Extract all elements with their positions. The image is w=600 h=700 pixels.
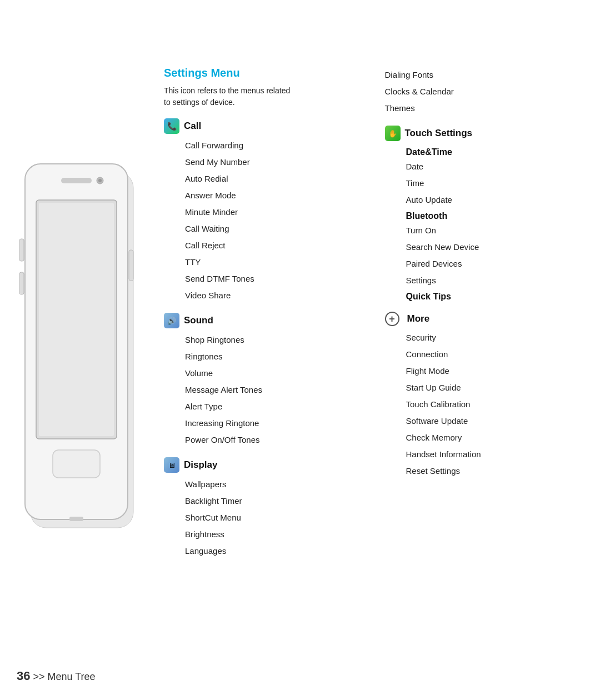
list-item: Auto Redial	[164, 171, 363, 187]
phone-illustration	[17, 156, 144, 544]
software-update-item: Software Update	[385, 413, 584, 429]
svg-rect-4	[61, 178, 92, 183]
list-item: Turn On	[385, 222, 584, 239]
list-item: Security	[385, 329, 584, 346]
datetime-subcategory: Date&Time	[385, 144, 584, 158]
list-item: Call Forwarding	[164, 137, 363, 154]
list-item: Check Memory	[385, 429, 584, 446]
list-item: Shop Ringtones	[164, 332, 363, 348]
section-title: Settings Menu	[164, 67, 363, 79]
svg-point-6	[98, 179, 102, 182]
list-item: Call Reject	[164, 237, 363, 254]
bluetooth-subcategory: Bluetooth	[385, 208, 584, 222]
call-waiting-item: Call Waiting	[164, 221, 363, 237]
svg-rect-8	[19, 239, 24, 261]
svg-rect-10	[129, 250, 133, 281]
list-item: Minute Minder	[164, 204, 363, 221]
call-icon	[164, 118, 179, 134]
list-item: Brightness	[164, 526, 363, 543]
list-item: ShortCut Menu	[164, 509, 363, 526]
list-item: Reset Settings	[385, 463, 584, 479]
sound-category: Sound	[164, 313, 363, 328]
footer: 36 >> Menu Tree	[17, 669, 96, 683]
list-item: Handset Information	[385, 446, 584, 463]
list-item: Power On/Off Tones	[164, 432, 363, 448]
right-column: Dialing Fonts Clocks & Calendar Themes T…	[385, 67, 584, 559]
section-description: This icon refers to the menus related to…	[164, 85, 363, 108]
list-item: Start Up Guide	[385, 379, 584, 396]
list-item: Alert Type	[164, 398, 363, 415]
svg-rect-11	[69, 517, 83, 521]
sound-icon	[164, 313, 179, 328]
list-item: Settings	[385, 272, 584, 289]
list-item: Date	[385, 158, 584, 175]
list-item: TTY	[164, 254, 363, 271]
list-item: Touch Calibration	[385, 396, 584, 413]
svg-rect-9	[19, 272, 24, 294]
display-icon	[164, 457, 179, 473]
svg-rect-7	[53, 450, 100, 478]
display-category: Display	[164, 457, 363, 473]
list-item: Send DTMF Tones	[164, 271, 363, 287]
list-item: Clocks & Calendar	[385, 83, 584, 100]
list-item: Volume	[164, 365, 363, 382]
more-category: + More	[385, 312, 584, 326]
list-item: Time	[385, 175, 584, 192]
list-item: Flight Mode	[385, 363, 584, 379]
quick-tips-subcategory: Quick Tips	[385, 289, 584, 303]
list-item: Increasing Ringtone	[164, 415, 363, 432]
list-item: Answer Mode	[164, 187, 363, 204]
call-category: Call	[164, 118, 363, 134]
list-item: Ringtones	[164, 348, 363, 365]
list-item: Video Share	[164, 287, 363, 304]
list-item: Connection	[385, 346, 584, 363]
list-item: Dialing Fonts	[385, 67, 584, 83]
list-item: Paired Devices	[385, 256, 584, 272]
list-item: Backlight Timer	[164, 493, 363, 509]
touch-icon	[385, 126, 401, 141]
list-item: Themes	[385, 100, 584, 117]
more-icon: +	[385, 312, 399, 326]
touch-settings-category: Touch Settings	[385, 126, 584, 141]
list-item: Languages	[164, 543, 363, 559]
left-column: Settings Menu This icon refers to the me…	[164, 67, 363, 559]
list-item: Search New Device	[385, 239, 584, 256]
svg-rect-3	[39, 203, 114, 436]
content-area: Settings Menu This icon refers to the me…	[164, 67, 583, 559]
list-item: Message Alert Tones	[164, 382, 363, 398]
list-item: Wallpapers	[164, 476, 363, 493]
list-item: Auto Update	[385, 192, 584, 208]
list-item: Send My Number	[164, 154, 363, 171]
